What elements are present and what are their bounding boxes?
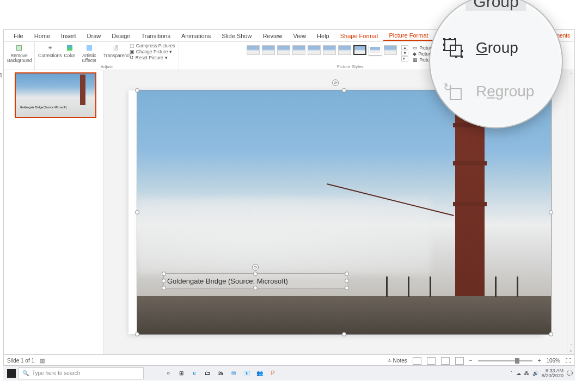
change-picture-button[interactable]: ▣ Change Picture ▾ — [130, 49, 175, 54]
rotate-handle-textbox[interactable]: ⟳ — [252, 264, 259, 271]
tab-home[interactable]: Home — [29, 32, 56, 40]
tab-picture-format[interactable]: Picture Format — [383, 31, 433, 41]
slide-thumbnail[interactable]: Goldengate Bridge (Source: Microsoft) — [15, 72, 96, 118]
vertical-scrollbar[interactable]: ˄ ˅ ± — [567, 70, 574, 354]
onedrive-icon[interactable]: ☁ — [516, 371, 521, 376]
tab-draw[interactable]: Draw — [82, 32, 107, 40]
compress-icon: ⬚ — [130, 43, 134, 48]
mail-icon[interactable]: ✉ — [228, 367, 240, 379]
picture-style-item[interactable] — [353, 45, 366, 55]
picture-style-item[interactable] — [369, 45, 382, 55]
explorer-icon[interactable]: 🗂 — [201, 367, 213, 379]
slide-panel[interactable]: 1 Goldengate Bridge (Source: Microsoft) — [4, 70, 104, 354]
start-button[interactable] — [5, 367, 17, 379]
task-view-icon[interactable]: ⊞ — [175, 367, 187, 379]
gallery-up-button[interactable]: ▲ — [401, 45, 408, 50]
resize-handle[interactable] — [342, 88, 346, 93]
network-icon[interactable]: 🖧 — [524, 371, 529, 376]
tab-animations[interactable]: Animations — [176, 32, 216, 40]
taskbar-search[interactable]: 🔍 Type here to search — [19, 367, 144, 379]
store-icon[interactable]: 🛍 — [215, 367, 226, 379]
group-label: GGrouproup — [476, 39, 518, 57]
picture-style-item[interactable] — [262, 45, 275, 55]
picture-style-item[interactable] — [292, 45, 305, 55]
scroll-up-icon[interactable]: ˄ — [570, 72, 572, 77]
edge-icon[interactable]: e — [188, 367, 200, 379]
picture-styles-gallery[interactable]: ▲ ▼ ▾ ▭ Picture Border ▾ ◆ Picture Effec… — [247, 43, 453, 63]
reading-view-button[interactable] — [441, 357, 450, 365]
corrections-button[interactable]: ☀Corrections — [38, 43, 62, 58]
compress-pictures-button[interactable]: ⬚ Compress Pictures — [130, 43, 175, 48]
search-placeholder: Type here to search — [32, 370, 80, 376]
powerpoint-icon[interactable]: P — [267, 367, 279, 379]
picture-style-item[interactable] — [384, 45, 397, 55]
resize-handle[interactable] — [549, 210, 553, 214]
remove-bg-icon — [14, 43, 24, 53]
resize-handle[interactable] — [135, 332, 139, 336]
picture-style-item[interactable] — [308, 45, 321, 55]
tab-transitions[interactable]: Transitions — [136, 32, 176, 40]
sorter-view-button[interactable] — [427, 357, 436, 365]
zoom-level[interactable]: 106% — [546, 358, 560, 364]
resize-handle[interactable] — [135, 88, 139, 93]
color-icon — [65, 43, 75, 53]
resize-handle[interactable] — [135, 210, 139, 214]
status-bar: Slide 1 of 1 ▥ ≐ Notes − + 106% ⛶ — [4, 354, 574, 366]
picture-style-item[interactable] — [323, 45, 336, 55]
resize-handle[interactable] — [253, 286, 258, 290]
tab-insert[interactable]: Insert — [56, 32, 82, 40]
picture-styles-group-label: Picture Styles — [337, 64, 364, 69]
notifications-icon[interactable]: 💬 — [567, 371, 573, 376]
tab-file[interactable]: File — [8, 32, 29, 40]
zoom-slider[interactable] — [478, 360, 532, 361]
rotate-handle-outer[interactable]: ⟳ — [332, 79, 339, 86]
scroll-down-icon[interactable]: ˅ — [570, 343, 572, 348]
resize-handle[interactable] — [342, 332, 346, 336]
picture-style-item[interactable] — [277, 45, 290, 55]
resize-handle[interactable] — [253, 272, 258, 276]
system-tray[interactable]: ˄ ☁ 🖧 🔊 6:33 AM 8/20/2020 💬 — [510, 368, 573, 378]
caption-textbox[interactable]: ⟳ Goldengate Bridge (Source: Microsoft) — [163, 273, 347, 288]
caption-text: Goldengate Bridge (Source: Microsoft) — [167, 277, 288, 285]
gallery-more-button[interactable]: ▾ — [401, 56, 408, 62]
tray-chevron-icon[interactable]: ˄ — [510, 371, 513, 376]
gallery-down-button[interactable]: ▼ — [401, 51, 408, 56]
tab-help[interactable]: Help — [311, 32, 335, 40]
outlook-icon[interactable]: 📧 — [241, 367, 253, 379]
tab-view[interactable]: View — [287, 32, 311, 40]
zoom-in-button[interactable]: + — [538, 358, 541, 364]
group-icon — [443, 38, 463, 58]
resize-handle[interactable] — [345, 279, 349, 283]
teams-icon[interactable]: 👥 — [254, 367, 266, 379]
remove-background-button[interactable]: Remove Background — [7, 43, 31, 63]
tab-slideshow[interactable]: Slide Show — [216, 32, 257, 40]
cortana-icon[interactable]: ○ — [162, 367, 174, 379]
resize-handle[interactable] — [345, 286, 349, 290]
tab-review[interactable]: Review — [257, 32, 287, 40]
menu-item-group[interactable]: GGrouproup — [443, 38, 518, 58]
layout-icon: ▦ — [413, 57, 418, 63]
tab-design[interactable]: Design — [106, 32, 136, 40]
transparency-button[interactable]: Transparency — [103, 43, 127, 58]
zoom-out-button[interactable]: − — [469, 358, 473, 364]
notes-button[interactable]: ≐ Notes — [387, 358, 407, 364]
slideshow-view-button[interactable] — [455, 357, 464, 365]
resize-handle[interactable] — [162, 279, 166, 283]
normal-view-button[interactable] — [413, 357, 421, 365]
resize-handle[interactable] — [162, 286, 166, 290]
volume-icon[interactable]: 🔊 — [532, 371, 538, 376]
resize-handle[interactable] — [162, 272, 166, 276]
fit-window-button[interactable]: ⛶ — [566, 358, 571, 364]
resize-handle[interactable] — [345, 272, 349, 276]
resize-handle[interactable] — [549, 332, 553, 336]
color-button[interactable]: Color — [64, 43, 75, 58]
regroup-label: Regroup — [476, 83, 534, 100]
tab-shape-format[interactable]: Shape Format — [335, 32, 384, 40]
reset-picture-button[interactable]: ↺ Reset Picture ▾ — [130, 55, 175, 60]
taskbar-clock[interactable]: 6:33 AM 8/20/2020 — [542, 368, 564, 378]
menu-item-regroup: Regroup — [443, 82, 534, 101]
picture-style-item[interactable] — [247, 45, 260, 55]
picture-style-item[interactable] — [338, 45, 351, 55]
slide[interactable]: ⟳ — [128, 90, 542, 334]
artistic-effects-button[interactable]: Artistic Effects — [77, 43, 101, 63]
